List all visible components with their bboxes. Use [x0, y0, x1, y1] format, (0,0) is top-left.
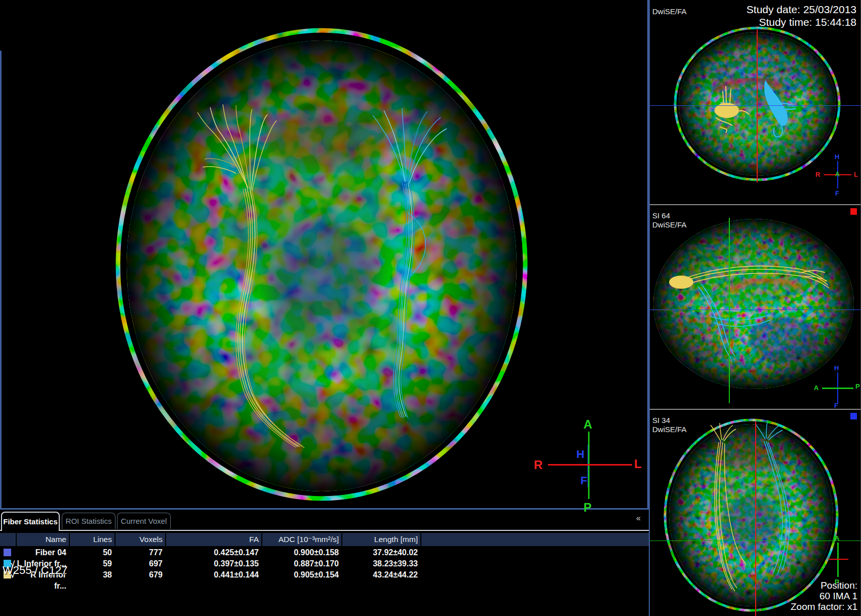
sagittal-letter-head: H: [834, 364, 839, 372]
right-panel-column: DwiSE/FA Study date: 25/03/2013 Study ti…: [649, 0, 861, 616]
sagittal-viewport[interactable]: SI 64 DwiSE/FA H F A P: [650, 204, 860, 409]
zoom-factor: Zoom factor: x1: [791, 601, 857, 612]
cell-voxels: 679: [115, 569, 165, 581]
sagittal-image: [650, 205, 860, 409]
cell-lines: 38: [70, 569, 114, 581]
sagittal-slice-label: SI 64: [652, 211, 670, 220]
position-value: 60 IMA 1: [791, 591, 857, 601]
sagittal-letter-anterior: A: [814, 384, 818, 392]
sagittal-axis-horizontal: [822, 388, 853, 389]
table-row[interactable]: Fiber 04 50 777 0.425±0.147 0.900±0.158 …: [0, 547, 649, 558]
tab-roi-statistics[interactable]: ROI Statistics: [62, 513, 115, 529]
panel-marker-red-square: [850, 208, 857, 215]
header-fa: FA: [166, 533, 261, 546]
cell-name: Fiber 04: [17, 547, 69, 558]
cell-lines: 50: [70, 547, 114, 558]
fiber-color-swatch: [4, 549, 11, 556]
sagittal-letter-posterior: P: [855, 382, 860, 390]
cell-voxels: 697: [115, 558, 165, 569]
cell-adc: 0.905±0.154: [262, 569, 341, 581]
table-header: Name Lines Voxels FA ADC [10⁻³mm²/s] Len…: [0, 533, 649, 546]
orientation-axis-rl-line: [548, 464, 632, 466]
coronal-image: [650, 0, 860, 204]
orientation-letter-anterior: A: [583, 417, 592, 432]
tab-fiber-statistics[interactable]: Fiber Statistics: [1, 512, 60, 531]
main-axial-image: [0, 0, 649, 508]
cell-length: 43.24±44.22: [342, 569, 420, 581]
main-view-border: [0, 51, 2, 508]
coronal-crosshair-vertical: [757, 29, 758, 182]
study-info: Study date: 25/03/2013 Study time: 15:44…: [747, 3, 856, 28]
header-lines: Lines: [70, 533, 114, 546]
cell-lines: 59: [70, 558, 114, 569]
sagittal-sequence-label: DwiSE/FA: [652, 220, 687, 229]
position-label: Position:: [791, 580, 857, 591]
axial-orient-horizontal: [828, 559, 848, 560]
axial-viewport[interactable]: SI 34 DwiSE/FA A P Position: 60 IMA 1 Zo…: [650, 409, 860, 616]
axial-orient-vertical: [837, 543, 839, 577]
statistics-panel: Fiber Statistics ROI Statistics Current …: [0, 510, 649, 616]
panel-marker-blue-square: [850, 413, 857, 419]
header-length: Length [mm]: [342, 533, 420, 546]
table-row[interactable]: √ L Inferior fr... 59 697 0.397±0.135 0.…: [0, 558, 649, 569]
study-time: Study time: 15:44:18: [747, 16, 856, 28]
sagittal-crosshair-vertical: [729, 218, 730, 403]
cell-length: 38.23±39.33: [342, 558, 420, 569]
coronal-letter-feet: F: [835, 189, 839, 197]
main-axial-viewport[interactable]: A P R L H F: [0, 0, 649, 510]
axial-sequence-label: DwiSE/FA: [652, 425, 687, 434]
sagittal-letter-feet: F: [834, 402, 838, 409]
window-level-overlay: W255 / C127: [3, 564, 67, 577]
coronal-letter-anterior: A: [835, 171, 840, 178]
header-filler: [421, 533, 649, 546]
header-voxels: Voxels: [115, 533, 165, 546]
coronal-letter-right: R: [815, 171, 820, 178]
axial-slice-label: SI 34: [652, 416, 670, 425]
cell-fa: 0.397±0.135: [166, 558, 261, 569]
axial-crosshair-horizontal: [650, 541, 860, 541]
tab-underline: [0, 530, 649, 531]
header-name: Name: [17, 533, 69, 546]
cell-adc: 0.887±0.170: [262, 558, 341, 569]
axial-crosshair-vertical: [755, 421, 756, 616]
cell-length: 37.92±40.02: [342, 547, 420, 558]
collapse-icon[interactable]: «: [636, 514, 641, 523]
sagittal-crosshair-horizontal: [650, 310, 860, 310]
coronal-crosshair-horizontal: [650, 105, 860, 106]
cell-fa: 0.425±0.147: [166, 547, 261, 558]
cell-fa: 0.441±0.144: [166, 569, 261, 581]
orientation-letter-head: H: [576, 448, 584, 461]
table-row[interactable]: √ R Inferior fr... 38 679 0.441±0.144 0.…: [0, 569, 649, 581]
coronal-sequence-label: DwiSE/FA: [652, 7, 687, 16]
orientation-letter-posterior: P: [583, 500, 592, 515]
study-date: Study date: 25/03/2013: [747, 3, 856, 16]
coronal-viewport[interactable]: DwiSE/FA Study date: 25/03/2013 Study ti…: [650, 0, 860, 204]
position-info: Position: 60 IMA 1 Zoom factor: x1: [791, 580, 857, 612]
tab-current-voxel[interactable]: Current Voxel: [117, 513, 171, 529]
coronal-letter-left: L: [854, 171, 858, 178]
header-adc: ADC [10⁻³mm²/s]: [262, 533, 341, 546]
coronal-letter-head: H: [835, 153, 839, 161]
cell-adc: 0.900±0.158: [262, 547, 341, 558]
header-swatch-col: [0, 533, 16, 546]
orientation-letter-right: R: [534, 458, 542, 472]
orientation-letter-left: L: [634, 457, 642, 471]
cell-voxels: 777: [115, 547, 165, 558]
orientation-letter-feet: F: [580, 474, 587, 487]
